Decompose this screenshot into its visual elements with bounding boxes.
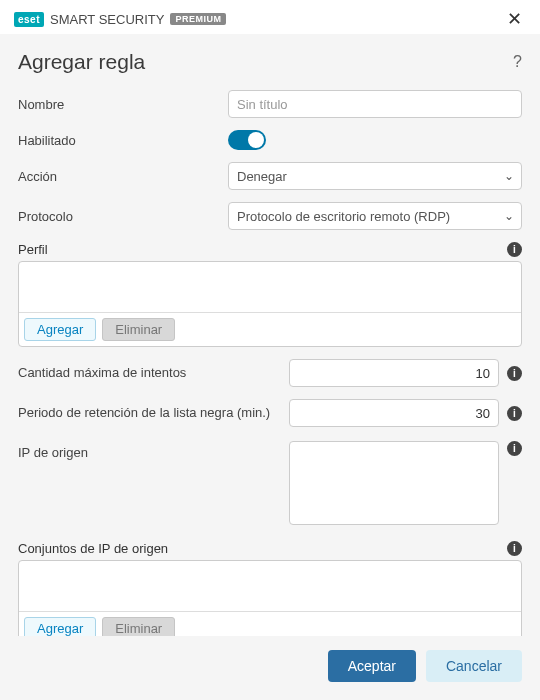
name-label: Nombre [18, 97, 228, 112]
action-label: Acción [18, 169, 228, 184]
row-max-attempts: Cantidad máxima de intentos i [18, 359, 522, 387]
row-enabled: Habilitado [18, 130, 522, 150]
content: Agregar regla ? Nombre Habilitado Acción… [0, 34, 540, 646]
protocol-select[interactable]: Protocolo de escritorio remoto (RDP) [228, 202, 522, 230]
row-blacklist-period: Periodo de retención de la lista negra (… [18, 399, 522, 427]
source-ip-sets-label: Conjuntos de IP de origen [18, 541, 168, 556]
blacklist-period-field[interactable] [289, 399, 499, 427]
header-row: Agregar regla ? [18, 50, 522, 74]
brand-logo: eset [14, 12, 44, 27]
max-attempts-field[interactable] [289, 359, 499, 387]
info-icon[interactable]: i [507, 242, 522, 257]
action-select[interactable]: Denegar [228, 162, 522, 190]
brand-text: SMART SECURITY [50, 12, 164, 27]
accept-button[interactable]: Aceptar [328, 650, 416, 682]
source-ip-sets-listbox: Agregar Eliminar [18, 560, 522, 646]
profile-list-area[interactable] [19, 262, 521, 312]
row-source-ip: IP de origen i [18, 441, 522, 525]
help-icon[interactable]: ? [513, 53, 522, 71]
blacklist-period-label: Periodo de retención de la lista negra (… [18, 405, 289, 422]
profile-remove-button[interactable]: Eliminar [102, 318, 175, 341]
source-ip-sets-header: Conjuntos de IP de origen i [18, 541, 522, 556]
source-ip-sets-list-area[interactable] [19, 561, 521, 611]
info-icon[interactable]: i [507, 366, 522, 381]
profile-listbox: Agregar Eliminar [18, 261, 522, 347]
profile-label: Perfil [18, 242, 48, 257]
footer: Aceptar Cancelar [0, 636, 540, 700]
profile-add-button[interactable]: Agregar [24, 318, 96, 341]
info-icon[interactable]: i [507, 541, 522, 556]
cancel-button[interactable]: Cancelar [426, 650, 522, 682]
source-ip-field[interactable] [289, 441, 499, 525]
info-icon[interactable]: i [507, 441, 522, 456]
enabled-toggle[interactable] [228, 130, 266, 150]
row-protocol: Protocolo Protocolo de escritorio remoto… [18, 202, 522, 230]
brand-badge: PREMIUM [170, 13, 226, 25]
info-icon[interactable]: i [507, 406, 522, 421]
max-attempts-label: Cantidad máxima de intentos [18, 365, 289, 382]
protocol-label: Protocolo [18, 209, 228, 224]
row-name: Nombre [18, 90, 522, 118]
titlebar: eset SMART SECURITY PREMIUM ✕ [0, 0, 540, 34]
enabled-label: Habilitado [18, 133, 228, 148]
source-ip-label: IP de origen [18, 441, 289, 460]
name-field[interactable] [228, 90, 522, 118]
row-action: Acción Denegar ⌄ [18, 162, 522, 190]
close-icon[interactable]: ✕ [503, 8, 526, 30]
brand: eset SMART SECURITY PREMIUM [14, 12, 226, 27]
profile-header: Perfil i [18, 242, 522, 257]
page-title: Agregar regla [18, 50, 145, 74]
